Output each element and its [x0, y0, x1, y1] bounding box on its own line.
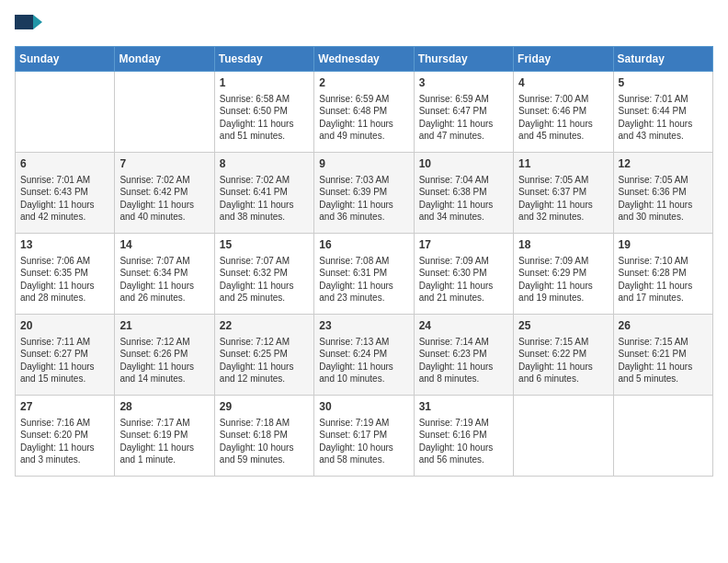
- calendar-cell: 22Sunrise: 7:12 AM Sunset: 6:25 PM Dayli…: [214, 315, 313, 396]
- day-number: 13: [20, 237, 109, 253]
- calendar-cell: 5Sunrise: 7:01 AM Sunset: 6:44 PM Daylig…: [613, 72, 712, 153]
- svg-marker-0: [15, 15, 33, 29]
- day-info: Sunrise: 7:11 AM Sunset: 6:27 PM Dayligh…: [20, 336, 109, 385]
- day-number: 18: [518, 237, 608, 253]
- day-info: Sunrise: 7:19 AM Sunset: 6:16 PM Dayligh…: [419, 417, 508, 466]
- day-header-sunday: Sunday: [16, 47, 115, 72]
- day-info: Sunrise: 7:02 AM Sunset: 6:41 PM Dayligh…: [220, 174, 309, 224]
- calendar-cell: 27Sunrise: 7:16 AM Sunset: 6:20 PM Dayli…: [16, 396, 115, 477]
- calendar-cell: 28Sunrise: 7:17 AM Sunset: 6:19 PM Dayli…: [115, 396, 214, 477]
- calendar-cell: 31Sunrise: 7:19 AM Sunset: 6:16 PM Dayli…: [414, 396, 513, 477]
- day-number: 31: [419, 399, 508, 415]
- day-info: Sunrise: 7:10 AM Sunset: 6:28 PM Dayligh…: [619, 255, 708, 304]
- day-info: Sunrise: 7:15 AM Sunset: 6:21 PM Dayligh…: [619, 336, 708, 385]
- calendar-cell: 15Sunrise: 7:07 AM Sunset: 6:32 PM Dayli…: [214, 234, 313, 315]
- page-header: [15, 15, 713, 37]
- day-number: 24: [419, 318, 508, 334]
- day-info: Sunrise: 7:01 AM Sunset: 6:43 PM Dayligh…: [20, 174, 109, 224]
- day-number: 11: [518, 156, 608, 172]
- day-number: 20: [20, 318, 109, 334]
- logo: [15, 15, 46, 37]
- calendar-cell: 10Sunrise: 7:04 AM Sunset: 6:38 PM Dayli…: [414, 153, 513, 234]
- calendar-cell: 30Sunrise: 7:19 AM Sunset: 6:17 PM Dayli…: [314, 396, 414, 477]
- day-number: 22: [220, 318, 309, 334]
- day-number: 15: [220, 237, 309, 253]
- day-info: Sunrise: 7:05 AM Sunset: 6:37 PM Dayligh…: [518, 174, 608, 224]
- day-number: 8: [220, 156, 309, 172]
- calendar-cell: [16, 72, 115, 153]
- calendar-cell: 20Sunrise: 7:11 AM Sunset: 6:27 PM Dayli…: [16, 315, 115, 396]
- day-number: 21: [119, 318, 209, 334]
- day-number: 26: [619, 318, 708, 334]
- day-number: 30: [319, 399, 408, 415]
- calendar-cell: [613, 396, 712, 477]
- day-number: 1: [220, 75, 309, 91]
- calendar-cell: 18Sunrise: 7:09 AM Sunset: 6:29 PM Dayli…: [514, 234, 613, 315]
- calendar-cell: 29Sunrise: 7:18 AM Sunset: 6:18 PM Dayli…: [214, 396, 313, 477]
- day-number: 23: [319, 318, 408, 334]
- logo-icon: [15, 15, 42, 37]
- day-number: 10: [419, 156, 508, 172]
- day-info: Sunrise: 7:12 AM Sunset: 6:25 PM Dayligh…: [220, 336, 309, 385]
- day-info: Sunrise: 7:14 AM Sunset: 6:23 PM Dayligh…: [419, 336, 508, 385]
- day-info: Sunrise: 7:07 AM Sunset: 6:34 PM Dayligh…: [119, 255, 209, 304]
- day-number: 3: [419, 75, 508, 91]
- day-info: Sunrise: 7:07 AM Sunset: 6:32 PM Dayligh…: [220, 255, 309, 304]
- day-number: 5: [619, 75, 708, 91]
- calendar-cell: 8Sunrise: 7:02 AM Sunset: 6:41 PM Daylig…: [214, 153, 313, 234]
- calendar-cell: 19Sunrise: 7:10 AM Sunset: 6:28 PM Dayli…: [613, 234, 712, 315]
- day-header-monday: Monday: [115, 47, 214, 72]
- calendar-week-row: 1Sunrise: 6:58 AM Sunset: 6:50 PM Daylig…: [16, 72, 713, 153]
- calendar-cell: 26Sunrise: 7:15 AM Sunset: 6:21 PM Dayli…: [613, 315, 712, 396]
- day-number: 7: [119, 156, 209, 172]
- calendar-cell: 2Sunrise: 6:59 AM Sunset: 6:48 PM Daylig…: [314, 72, 414, 153]
- day-info: Sunrise: 7:17 AM Sunset: 6:19 PM Dayligh…: [119, 417, 209, 466]
- calendar-cell: 9Sunrise: 7:03 AM Sunset: 6:39 PM Daylig…: [314, 153, 414, 234]
- calendar-cell: [115, 72, 214, 153]
- calendar-cell: 3Sunrise: 6:59 AM Sunset: 6:47 PM Daylig…: [414, 72, 513, 153]
- day-number: 2: [319, 75, 408, 91]
- calendar-cell: 21Sunrise: 7:12 AM Sunset: 6:26 PM Dayli…: [115, 315, 214, 396]
- calendar-cell: 6Sunrise: 7:01 AM Sunset: 6:43 PM Daylig…: [16, 153, 115, 234]
- day-header-saturday: Saturday: [613, 47, 712, 72]
- day-info: Sunrise: 7:09 AM Sunset: 6:30 PM Dayligh…: [419, 255, 508, 304]
- day-info: Sunrise: 7:13 AM Sunset: 6:24 PM Dayligh…: [319, 336, 408, 385]
- day-number: 9: [319, 156, 408, 172]
- calendar-cell: 23Sunrise: 7:13 AM Sunset: 6:24 PM Dayli…: [314, 315, 414, 396]
- day-info: Sunrise: 7:18 AM Sunset: 6:18 PM Dayligh…: [220, 417, 309, 466]
- day-info: Sunrise: 7:12 AM Sunset: 6:26 PM Dayligh…: [119, 336, 209, 385]
- day-info: Sunrise: 7:09 AM Sunset: 6:29 PM Dayligh…: [518, 255, 608, 304]
- calendar-cell: 1Sunrise: 6:58 AM Sunset: 6:50 PM Daylig…: [214, 72, 313, 153]
- day-info: Sunrise: 7:15 AM Sunset: 6:22 PM Dayligh…: [518, 336, 608, 385]
- calendar-week-row: 13Sunrise: 7:06 AM Sunset: 6:35 PM Dayli…: [16, 234, 713, 315]
- day-info: Sunrise: 7:19 AM Sunset: 6:17 PM Dayligh…: [319, 417, 408, 466]
- calendar-cell: 12Sunrise: 7:05 AM Sunset: 6:36 PM Dayli…: [613, 153, 712, 234]
- day-header-thursday: Thursday: [414, 47, 513, 72]
- day-info: Sunrise: 7:04 AM Sunset: 6:38 PM Dayligh…: [419, 174, 508, 224]
- calendar-table: SundayMondayTuesdayWednesdayThursdayFrid…: [15, 46, 713, 477]
- day-number: 29: [220, 399, 309, 415]
- day-info: Sunrise: 7:16 AM Sunset: 6:20 PM Dayligh…: [20, 417, 109, 466]
- day-info: Sunrise: 7:08 AM Sunset: 6:31 PM Dayligh…: [319, 255, 408, 304]
- day-info: Sunrise: 7:05 AM Sunset: 6:36 PM Dayligh…: [619, 174, 708, 224]
- day-number: 17: [419, 237, 508, 253]
- calendar-week-row: 20Sunrise: 7:11 AM Sunset: 6:27 PM Dayli…: [16, 315, 713, 396]
- calendar-cell: 24Sunrise: 7:14 AM Sunset: 6:23 PM Dayli…: [414, 315, 513, 396]
- calendar-cell: 13Sunrise: 7:06 AM Sunset: 6:35 PM Dayli…: [16, 234, 115, 315]
- day-info: Sunrise: 6:59 AM Sunset: 6:47 PM Dayligh…: [419, 93, 508, 143]
- day-number: 27: [20, 399, 109, 415]
- calendar-cell: 7Sunrise: 7:02 AM Sunset: 6:42 PM Daylig…: [115, 153, 214, 234]
- calendar-cell: [514, 396, 613, 477]
- calendar-cell: 11Sunrise: 7:05 AM Sunset: 6:37 PM Dayli…: [514, 153, 613, 234]
- day-number: 25: [518, 318, 608, 334]
- day-info: Sunrise: 7:06 AM Sunset: 6:35 PM Dayligh…: [20, 255, 109, 304]
- day-info: Sunrise: 7:02 AM Sunset: 6:42 PM Dayligh…: [119, 174, 209, 224]
- svg-marker-1: [33, 15, 42, 29]
- day-header-friday: Friday: [514, 47, 613, 72]
- day-number: 14: [119, 237, 209, 253]
- day-info: Sunrise: 7:01 AM Sunset: 6:44 PM Dayligh…: [619, 93, 708, 143]
- calendar-cell: 25Sunrise: 7:15 AM Sunset: 6:22 PM Dayli…: [514, 315, 613, 396]
- day-number: 16: [319, 237, 408, 253]
- calendar-cell: 17Sunrise: 7:09 AM Sunset: 6:30 PM Dayli…: [414, 234, 513, 315]
- day-number: 12: [619, 156, 708, 172]
